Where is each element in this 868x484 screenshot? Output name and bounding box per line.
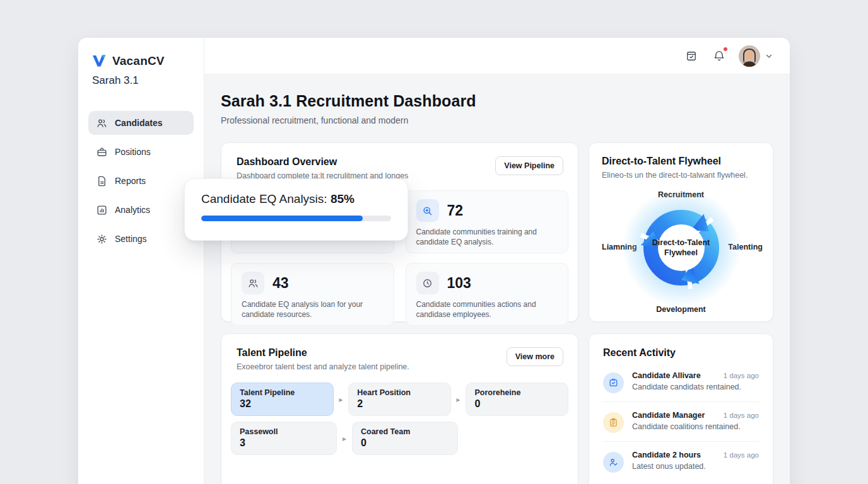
sidebar-nav: Candidates Positions Reports Analytics [88,111,194,251]
activity-item-time: 1 days ago [724,412,759,419]
stat-card-72: 72 Candidate communities training and ca… [406,190,569,253]
chevron-right-icon: ▸ [341,434,348,443]
activity-item-title: Candidate Allivare [632,371,701,380]
stage-value: 0 [474,398,560,410]
bell-icon[interactable] [711,48,727,64]
app-window: VacanCV Sarah 3.1 Candidates Positions [78,38,790,484]
sidebar-item-candidates[interactable]: Candidates [88,111,194,135]
activity-item-desc: Candidate candidats rentained. [632,383,759,391]
user-check-icon [603,452,624,473]
user-menu[interactable] [739,45,773,67]
flywheel-card: Direct-to-Talent Flywheel Elineo-ts un t… [589,142,773,322]
chevron-down-icon[interactable] [765,52,773,60]
talent-pipeline-card: Talent Pipeline Exoeebror talent best an… [221,333,578,484]
stage-label: Passewoll [240,427,328,436]
sidebar-item-label: Candidates [115,118,162,128]
stat-description: Candidate communities actions and candid… [416,300,558,320]
activity-item-time: 1 days ago [724,451,759,459]
notification-badge [723,47,728,52]
main-area: Sarah 3.1 Recruitment Dashboard Professi… [204,38,790,484]
briefcase-icon [96,146,108,158]
stat-value: 43 [273,275,289,292]
pipeline-stage-coared-team[interactable]: Coared Team 0 [352,422,458,455]
pipeline-stage-heart-position[interactable]: Heart Position 2 [348,383,451,416]
pipeline-title: Talent Pipeline [237,347,409,359]
activity-item-time: 1 days ago [724,372,759,379]
users-icon [96,117,108,129]
activity-item-title: Candidate 2 hours [632,451,701,459]
activity-item[interactable]: Candidate Allivare 1 days ago Candidate … [603,362,759,402]
sidebar-item-positions[interactable]: Positions [88,140,194,164]
mail-check-icon [603,372,624,393]
eq-popup-label: Candidate EQ Analysis: [201,192,327,205]
activity-item-desc: Latest onus updated. [632,462,759,471]
pipeline-stage-passewoll[interactable]: Passewoll 3 [231,422,337,455]
chevron-right-icon: ▸ [338,395,344,404]
document-icon [96,175,108,187]
stage-label: Talent Pipeline [240,388,325,397]
activity-item-desc: Candidate coalitions rentained. [632,422,759,431]
eq-analysis-popup: Candidate EQ Analysis: 85% [184,178,408,241]
stage-value: 32 [240,398,325,410]
gear-icon [96,233,108,245]
vacancv-logo-icon [92,54,107,68]
brand: VacanCV [88,54,194,68]
stat-card-103: 103 Candidate communities actions and ca… [406,263,569,326]
pipeline-subtitle: Exoeebror talent best and analyze talent… [237,362,409,371]
stat-description: Candidate EQ analysis loan for your cand… [242,300,384,320]
activity-item-title: Candidate Manager [632,411,705,420]
sidebar: VacanCV Sarah 3.1 Candidates Positions [78,38,204,484]
stage-value: 2 [357,398,442,410]
eq-popup-value: 85% [331,192,355,205]
brand-name: VacanCV [112,54,165,68]
sidebar-item-reports[interactable]: Reports [88,169,194,193]
dashboard-content: Sarah 3.1 Recruitment Dashboard Professi… [204,74,790,484]
recent-activity-card: Recent Activity Candida [589,333,773,484]
pipeline-stage-talent-pipeline[interactable]: Talent Pipeline 32 [231,383,334,416]
flywheel-diagram: Recruitment Liamning Talenting Developme… [589,182,773,321]
pipeline-stage-pororeheine[interactable]: Pororeheine 0 [466,383,568,416]
chevron-right-icon: ▸ [455,395,462,404]
stat-value: 103 [447,275,471,292]
eq-progress-track [201,216,391,221]
stage-label: Heart Position [357,388,442,397]
page-title: Sarah 3.1 Recruitment Dashboard [221,92,773,110]
sidebar-item-label: Settings [115,234,147,244]
flywheel-center-label: Direct-to-Talent Flywheel [651,238,712,258]
avatar[interactable] [739,45,760,67]
sidebar-item-label: Analytics [115,205,150,215]
stage-label: Coared Team [361,427,449,436]
stat-card-43: 43 Candidate EQ analysis loan for your c… [231,263,394,326]
topbar [204,38,790,74]
brand-version: Sarah 3.1 [92,74,194,87]
page-subtitle: Professional recruitment, functional and… [221,115,773,125]
stat-value: 72 [447,202,464,219]
activity-item[interactable]: Candidate 2 hours 1 days ago Latest onus… [603,442,759,481]
flywheel-subtitle: Elineo-ts un the direct-to-talwant flywh… [602,171,760,180]
sidebar-item-label: Reports [115,176,146,186]
sidebar-item-settings[interactable]: Settings [88,227,194,251]
eq-popup-title: Candidate EQ Analysis: 85% [201,192,391,206]
zoom-in-icon [416,199,439,222]
inbox-check-icon[interactable] [683,48,700,64]
overview-title: Dashboard Overview [237,156,408,168]
bar-chart-icon [96,204,108,216]
flywheel-title: Direct-to-Talent Flywheel [602,156,760,167]
clipboard-icon [603,412,624,433]
activity-item[interactable]: Candidate Manager 1 days ago Candidate c… [603,402,759,442]
users-icon [242,272,264,294]
eq-progress-fill [201,216,363,221]
stage-value: 3 [240,437,328,449]
activity-title: Recent Activity [603,347,759,359]
clock-icon [416,272,439,294]
view-more-button[interactable]: View more [507,347,563,366]
sidebar-item-label: Positions [115,147,151,157]
stat-description: Candidate communities training and candi… [416,228,558,248]
stage-value: 0 [361,437,449,449]
sidebar-item-analytics[interactable]: Analytics [88,198,194,222]
view-pipeline-button[interactable]: View Pipeline [495,156,563,175]
stage-label: Pororeheine [474,388,560,397]
